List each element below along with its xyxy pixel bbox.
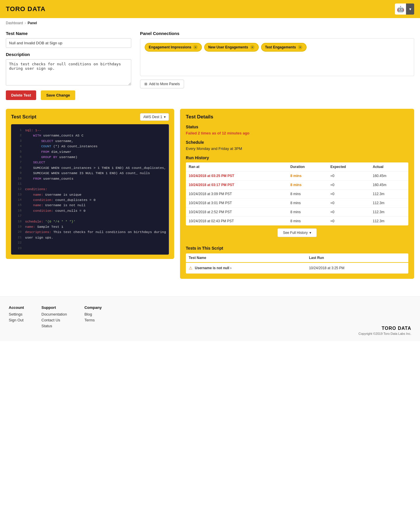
- run-history-header-row: Ran at Duration Expected Actual: [186, 162, 408, 171]
- tag-new-user-engagements[interactable]: New User Engagements ✕: [204, 43, 259, 52]
- tag-label: New User Engagements: [208, 45, 248, 49]
- cell-expected: =0: [328, 208, 370, 217]
- cell-actual: 160.45m: [370, 181, 408, 190]
- code-line-14: 14 condition: count_duplicates = 0: [11, 197, 169, 203]
- cell-test-name: ⚠ Username is not null ›: [186, 262, 306, 274]
- tag-test-engagements[interactable]: Test Engagements ✕: [261, 43, 307, 52]
- panel-tags: Engagement Impressions ✕ New User Engage…: [145, 43, 410, 52]
- code-line-5: 5 FROM dim_viewer: [11, 149, 169, 155]
- description-textarea[interactable]: This test checks for null conditions on …: [6, 59, 131, 85]
- code-line-4: 4 COUNT (*) AS count_instances: [11, 144, 169, 149]
- code-line-23: 23: [11, 246, 169, 251]
- add-panel-label: Add to More Panels: [149, 82, 180, 86]
- code-line-17: 17: [11, 213, 169, 219]
- avatar-icon: 🤖: [397, 6, 404, 13]
- footer-account-title: Account: [9, 305, 24, 310]
- save-change-button[interactable]: Save Change: [41, 90, 75, 100]
- test-details-title: Test Details: [186, 114, 408, 120]
- header: TORO DATA 🤖 ▾: [0, 0, 420, 18]
- footer-support-title: Support: [41, 305, 67, 310]
- code-line-13: 13 name: Username is unique: [11, 192, 169, 197]
- test-name-input[interactable]: [6, 38, 131, 48]
- run-history-row: 10/24/2018 at 2:52 PM PST 8 mins =0 112.…: [186, 208, 408, 217]
- cell-duration: 8 mins: [288, 217, 328, 226]
- code-line-10: 10 FROM username_counts: [11, 176, 169, 181]
- aws-dest-select[interactable]: AWS Dest 1 ▾: [140, 113, 169, 121]
- code-line-21: 21 user sign ups.: [11, 235, 169, 240]
- code-line-18: 18 schedule: '{0 */4 * * *}': [11, 219, 169, 224]
- delete-test-button[interactable]: Delete Test: [6, 90, 36, 100]
- footer-status-link[interactable]: Status: [41, 324, 67, 328]
- footer-support: Support Documentation Contact Us Status: [41, 305, 67, 330]
- logo: TORO DATA: [6, 5, 46, 13]
- cell-last-run: 10/24/2018 at 3:25 PM: [306, 262, 408, 274]
- test-form: Test Name Description This test checks f…: [6, 31, 131, 100]
- see-full-history-button[interactable]: See Full History ▾: [277, 228, 317, 237]
- add-to-panels-button[interactable]: ⊞ Add to More Panels: [140, 80, 184, 88]
- test-name-link[interactable]: Username is not null ›: [195, 266, 231, 270]
- footer-settings-link[interactable]: Settings: [9, 312, 24, 316]
- cell-actual: 112.3m: [370, 199, 408, 208]
- footer-contact-link[interactable]: Contact Us: [41, 318, 67, 322]
- warning-icon: ⚠: [189, 266, 192, 270]
- tag-label: Test Engagements: [265, 45, 296, 49]
- form-actions: Delete Test Save Change: [6, 90, 131, 100]
- footer-inner: Account Settings Sign Out Support Docume…: [9, 305, 411, 335]
- tests-in-script-label: Tests in This Script: [186, 246, 408, 251]
- avatar: 🤖: [395, 3, 406, 15]
- code-line-16: 16 condition: count_nulls = 0: [11, 208, 169, 213]
- breadcrumb-dashboard[interactable]: Dashboard: [6, 21, 23, 25]
- panel-connections-section: Panel Connections Engagement Impressions…: [140, 31, 414, 100]
- full-history-chevron-icon: ▾: [309, 231, 311, 235]
- code-line-20: 20 descriptions: This test checks for nu…: [11, 230, 169, 235]
- footer-signout-link[interactable]: Sign Out: [9, 318, 24, 322]
- tag-engagement-impressions[interactable]: Engagement Impressions ✕: [145, 43, 202, 52]
- code-line-1: 1 sql: 1--: [11, 128, 169, 133]
- tag-close-icon[interactable]: ✕: [298, 45, 302, 50]
- code-line-11: 11: [11, 181, 169, 187]
- chevron-down-icon: ▾: [409, 7, 411, 11]
- cell-expected: =0: [328, 199, 370, 208]
- avatar-container[interactable]: 🤖 ▾: [395, 3, 414, 15]
- footer-blog-link[interactable]: Blog: [84, 312, 102, 316]
- footer-company: Company Blog Terms: [84, 305, 102, 330]
- breadcrumb-current: Panel: [28, 21, 37, 25]
- run-history-row: 10/24/2018 at 3:09 PM PST 8 mins =0 112.…: [186, 190, 408, 199]
- test-script-section: Test Script AWS Dest 1 ▾ 1 sql: 1-- 2 WI…: [6, 109, 174, 279]
- run-history-label: Run History: [186, 155, 408, 160]
- cell-expected: =0: [328, 190, 370, 199]
- footer-logo: TORO DATA: [382, 326, 411, 331]
- cell-duration: 8 mins: [288, 199, 328, 208]
- cell-expected: =0: [328, 217, 370, 226]
- footer-documentation-link[interactable]: Documentation: [41, 312, 67, 316]
- status-label: Status: [186, 125, 408, 129]
- footer-copyright: Copyright ©2019 Toro Data Labs Inc.: [358, 332, 411, 335]
- cell-duration: 8 mins: [288, 181, 328, 190]
- tag-close-icon[interactable]: ✕: [193, 45, 198, 50]
- footer: Account Settings Sign Out Support Docume…: [0, 296, 420, 341]
- tests-in-script-table: Test Name Last Run ⚠ Username is not nul…: [186, 253, 408, 274]
- schedule-label: Schedule: [186, 140, 408, 145]
- test-details-card: Test Details Status Failed 2 times as of…: [180, 109, 414, 279]
- cell-actual: 160.45m: [370, 171, 408, 181]
- tests-row: ⚠ Username is not null › 10/24/2018 at 3…: [186, 262, 408, 274]
- test-name-label: Test Name: [6, 31, 131, 36]
- cell-duration: 8 mins: [288, 208, 328, 217]
- full-history-container: See Full History ▾: [186, 225, 408, 240]
- code-line-22: 22: [11, 240, 169, 246]
- col-last-run: Last Run: [306, 253, 408, 262]
- run-history-row: 10/24/2018 at 03:17 PM PST 8 mins =0 160…: [186, 181, 408, 190]
- cell-ran-at: 10/24/2018 at 3:09 PM PST: [186, 190, 287, 199]
- code-editor[interactable]: 1 sql: 1-- 2 WITH username_counts AS C 3…: [11, 124, 169, 255]
- footer-terms-link[interactable]: Terms: [84, 318, 102, 322]
- cell-actual: 112.3m: [370, 208, 408, 217]
- tests-header-row: Test Name Last Run: [186, 253, 408, 262]
- code-line-7: 7 SELECT: [11, 160, 169, 165]
- cell-expected: =0: [328, 171, 370, 181]
- test-script-title: Test Script: [11, 114, 36, 120]
- code-line-15: 15 name: Username is not null: [11, 203, 169, 208]
- cell-duration: 8 mins: [288, 171, 328, 181]
- header-dropdown-button[interactable]: ▾: [406, 3, 414, 15]
- tag-close-icon[interactable]: ✕: [250, 45, 255, 50]
- col-duration: Duration: [288, 162, 328, 171]
